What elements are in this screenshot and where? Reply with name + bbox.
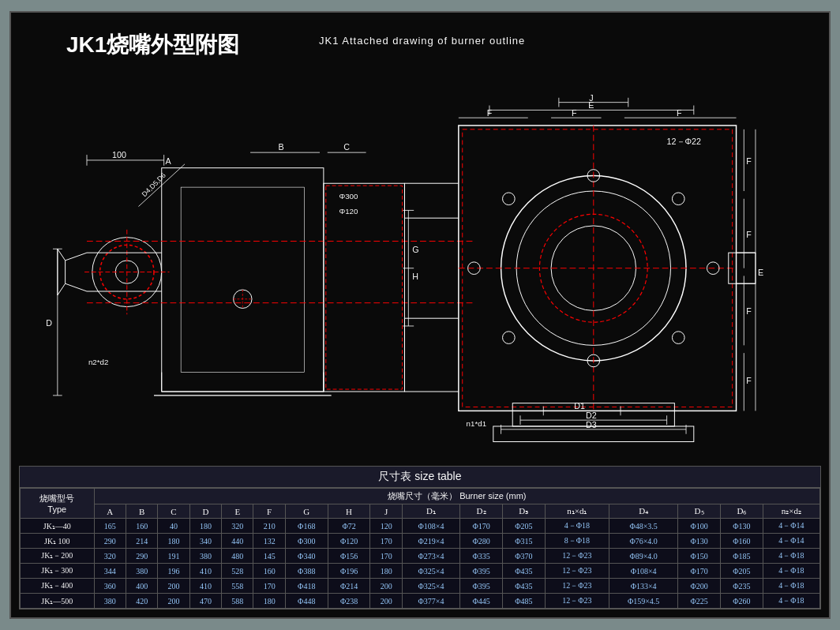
- cell-value: 12－Φ23: [545, 549, 609, 564]
- burner-type: JK₁－200: [21, 549, 95, 564]
- col-header: G: [285, 504, 328, 519]
- svg-text:D4,D5,D6: D4,D5,D6: [141, 171, 167, 198]
- burner-type: JK₁－400: [21, 579, 95, 594]
- col-header: C: [158, 504, 189, 519]
- cell-value: Φ448: [285, 594, 328, 609]
- cell-value: 12－Φ23: [545, 594, 609, 609]
- cell-value: 170: [370, 549, 402, 564]
- cell-value: 160: [126, 519, 157, 534]
- cell-value: 200: [158, 579, 189, 594]
- svg-text:F: F: [572, 108, 577, 118]
- col-header: H: [328, 504, 370, 519]
- cell-value: Φ130: [678, 534, 721, 549]
- cell-value: 340: [189, 534, 221, 549]
- cell-value: 400: [126, 579, 157, 594]
- col-header: D₁: [402, 504, 459, 519]
- cell-value: 420: [126, 594, 157, 609]
- cell-value: 180: [370, 564, 402, 579]
- cell-value: 170: [253, 579, 285, 594]
- cell-value: 470: [189, 594, 221, 609]
- cell-value: Φ200: [678, 579, 721, 594]
- table-row: JK₁—500380420200470588180Φ448Φ238200Φ377…: [21, 594, 820, 609]
- cell-value: Φ196: [328, 564, 370, 579]
- svg-text:C: C: [343, 142, 350, 152]
- cell-value: Φ238: [328, 594, 370, 609]
- cell-value: Φ133×4: [609, 579, 678, 594]
- cell-value: 210: [253, 519, 285, 534]
- cell-value: Φ72: [328, 519, 370, 534]
- cell-value: Φ260: [720, 594, 763, 609]
- svg-line-23: [58, 249, 66, 261]
- col-header: D₅: [678, 504, 721, 519]
- cell-value: 145: [253, 549, 285, 564]
- col-header: D₆: [720, 504, 763, 519]
- cell-value: Φ100: [678, 519, 721, 534]
- cell-value: Φ340: [285, 549, 328, 564]
- size-table: 烧嘴型号Type 烧嘴尺寸（毫米） Burner size (mm) ABCDE…: [20, 488, 820, 609]
- cell-value: Φ219×4: [402, 534, 459, 549]
- cell-value: 588: [222, 594, 253, 609]
- cell-value: 4－Φ18: [763, 564, 819, 579]
- cell-value: Φ377×4: [402, 594, 459, 609]
- cell-value: 214: [126, 534, 157, 549]
- col-header: E: [222, 504, 253, 519]
- svg-line-24: [58, 283, 66, 295]
- col-header: n₂×d₂: [763, 504, 819, 519]
- cell-value: 320: [222, 519, 253, 534]
- svg-text:Φ120: Φ120: [339, 207, 358, 216]
- cell-value: Φ214: [328, 579, 370, 594]
- cell-value: Φ185: [720, 549, 763, 564]
- svg-text:D: D: [46, 318, 52, 328]
- cell-value: Φ130: [720, 519, 763, 534]
- technical-drawing: 100 A B C: [19, 21, 821, 462]
- cell-value: Φ205: [502, 519, 545, 534]
- cell-value: Φ485: [502, 594, 545, 609]
- burner-type: JK₁—40: [21, 519, 95, 534]
- cell-value: 410: [189, 579, 221, 594]
- cell-value: Φ89×4.0: [609, 549, 678, 564]
- col-header: B: [126, 504, 157, 519]
- cell-value: 290: [126, 549, 157, 564]
- cell-value: 132: [253, 534, 285, 549]
- main-container: JK1烧嘴外型附图 JK1 Attached drawing of burner…: [9, 11, 831, 619]
- svg-rect-9: [162, 168, 324, 392]
- cell-value: Φ445: [460, 594, 503, 609]
- svg-text:F: F: [487, 108, 493, 118]
- svg-text:Φ300: Φ300: [339, 192, 358, 201]
- cell-value: 4－Φ14: [763, 519, 819, 534]
- cell-value: Φ335: [460, 549, 503, 564]
- cell-value: 120: [370, 519, 402, 534]
- cell-value: Φ48×3.5: [609, 519, 678, 534]
- cell-value: Φ388: [285, 564, 328, 579]
- svg-text:B: B: [279, 142, 284, 152]
- svg-point-64: [503, 332, 516, 344]
- cell-value: 180: [253, 594, 285, 609]
- cell-value: 12－Φ23: [545, 579, 609, 594]
- cell-value: Φ156: [328, 549, 370, 564]
- cell-value: 191: [158, 549, 189, 564]
- svg-text:A: A: [166, 156, 172, 166]
- cell-value: 12－Φ23: [545, 564, 609, 579]
- cell-value: Φ120: [328, 534, 370, 549]
- cell-value: Φ150: [678, 549, 721, 564]
- cell-value: 200: [370, 579, 402, 594]
- svg-text:100: 100: [112, 150, 126, 159]
- col-type-header: 烧嘴型号Type: [21, 489, 95, 519]
- cell-value: 558: [222, 579, 253, 594]
- svg-point-62: [672, 332, 684, 344]
- cell-value: Φ273×4: [402, 549, 459, 564]
- cell-value: 170: [370, 534, 402, 549]
- svg-text:F: F: [746, 156, 752, 166]
- svg-text:F: F: [746, 230, 752, 239]
- svg-text:F: F: [677, 108, 682, 118]
- table-row: JK₁－300344380196410528160Φ388Φ196180Φ325…: [21, 564, 820, 579]
- svg-text:n1*d1: n1*d1: [467, 419, 486, 428]
- svg-text:G: G: [412, 245, 418, 254]
- burner-type: JK₁ 100: [21, 534, 95, 549]
- cell-value: Φ76×4.0: [609, 534, 678, 549]
- svg-rect-37: [324, 183, 405, 392]
- cell-value: 160: [253, 564, 285, 579]
- cell-value: Φ280: [460, 534, 503, 549]
- svg-text:n2*d2: n2*d2: [88, 358, 108, 366]
- cell-value: 528: [222, 564, 253, 579]
